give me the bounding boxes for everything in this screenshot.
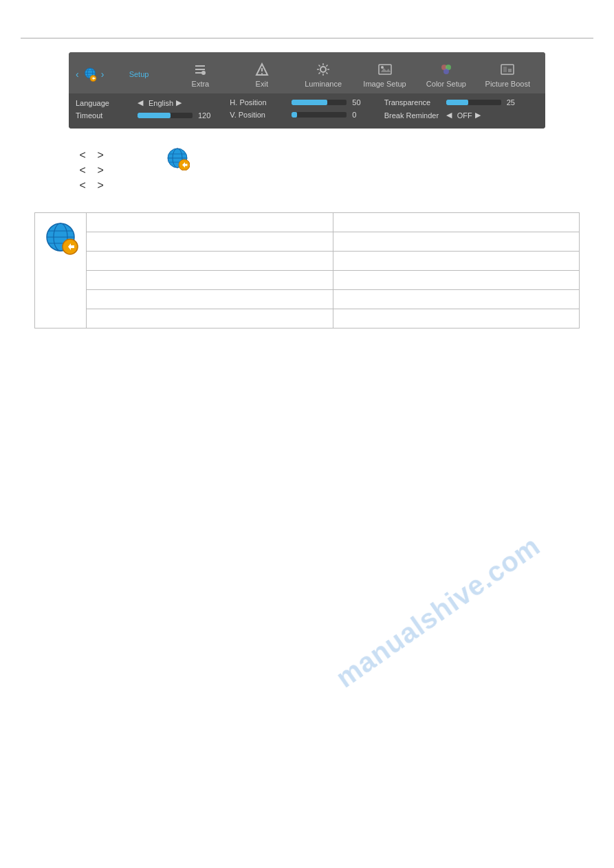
reference-table	[34, 212, 580, 329]
svg-point-12	[261, 73, 263, 74]
vposition-bar	[292, 112, 347, 118]
table-row-3	[35, 252, 580, 271]
transparence-bar	[446, 100, 501, 105]
table-row-2	[35, 232, 580, 252]
transparence-value: 25	[507, 98, 515, 107]
nav-row-1: < >	[76, 149, 545, 162]
break-reminder-left-arrow[interactable]: ◀	[446, 111, 452, 120]
osd-language-row: Language ◀ English ▶	[76, 96, 230, 109]
svg-line-19	[327, 72, 328, 74]
picture-boost-icon	[497, 60, 518, 78]
table-cell-5-right	[333, 290, 580, 309]
hposition-label: H. Position	[230, 98, 292, 107]
watermark: manualshive.com	[331, 530, 546, 693]
table-cell-2-mid	[87, 232, 333, 252]
language-control[interactable]: ◀ English ▶	[138, 98, 230, 107]
osd-settings-rows: Language ◀ English ▶ Timeout 120	[69, 93, 545, 129]
osd-nav-exit[interactable]: Exit	[231, 58, 292, 91]
break-reminder-right-arrow[interactable]: ▶	[475, 111, 481, 120]
table-cell-4-right	[333, 271, 580, 290]
table-cell-top-right	[333, 213, 580, 232]
color-setup-icon	[436, 60, 457, 78]
osd-nav-color-setup[interactable]: Color Setup	[415, 58, 476, 91]
svg-rect-29	[503, 67, 507, 72]
transparence-bar-fill	[446, 100, 468, 105]
nav-right-3[interactable]: >	[94, 179, 107, 192]
language-right-arrow[interactable]: ▶	[176, 98, 182, 107]
language-label: Language	[76, 99, 138, 107]
timeout-bar-fill	[138, 113, 171, 118]
hposition-bar-fill	[292, 100, 327, 105]
osd-nav-bar: ‹ › Setup	[69, 52, 545, 93]
osd-nav-right-arrow[interactable]: ›	[101, 69, 105, 80]
break-reminder-label: Break Reminder	[384, 111, 446, 120]
osd-nav-arrows[interactable]: ‹ ›	[76, 66, 104, 82]
table-cell-6-mid	[87, 309, 333, 329]
table-row-5	[35, 290, 580, 309]
table-row-main	[35, 213, 580, 232]
osd-break-reminder-row: Break Reminder ◀ OFF ▶	[384, 109, 538, 122]
break-reminder-control[interactable]: ◀ OFF ▶	[446, 111, 538, 120]
osd-nav-left-arrow[interactable]: ‹	[76, 69, 79, 80]
globe-icon-float	[165, 146, 190, 173]
nav-arrows-section: < > < > < >	[76, 149, 545, 192]
osd-hposition-row: H. Position 50	[230, 96, 384, 109]
table-cell-top-mid	[87, 213, 333, 232]
osd-nav-setup[interactable]: Setup	[108, 67, 169, 81]
luminance-icon	[313, 60, 333, 78]
nav-left-1[interactable]: <	[76, 149, 89, 162]
extra-label: Extra	[192, 80, 210, 88]
transparence-control: 25	[446, 98, 538, 107]
image-setup-icon	[375, 60, 395, 78]
svg-point-27	[443, 69, 449, 74]
osd-nav-luminance[interactable]: Luminance	[292, 58, 353, 91]
vposition-control: 0	[292, 111, 384, 119]
extra-icon	[190, 60, 210, 78]
osd-nav-picture-boost[interactable]: Picture Boost	[477, 58, 538, 91]
language-value: English	[149, 99, 173, 107]
language-left-arrow[interactable]: ◀	[138, 98, 143, 107]
table-cell-3-right	[333, 252, 580, 271]
osd-nav-image-setup[interactable]: Image Setup	[354, 58, 415, 91]
svg-rect-30	[508, 69, 512, 72]
nav-right-1[interactable]: >	[94, 149, 107, 162]
nav-row-2: < >	[76, 164, 545, 177]
svg-point-9	[201, 71, 206, 75]
nav-right-2[interactable]: >	[94, 164, 107, 177]
osd-nav-extra[interactable]: Extra	[170, 58, 231, 91]
table-row-6	[35, 309, 580, 329]
timeout-control: 120	[138, 111, 230, 120]
table-cell-6-right	[333, 309, 580, 329]
nav-left-3[interactable]: <	[76, 179, 89, 192]
vposition-value: 0	[352, 111, 356, 119]
picture-boost-label: Picture Boost	[485, 80, 530, 88]
table-row-4	[35, 271, 580, 290]
hposition-bar	[292, 100, 347, 105]
nav-left-2[interactable]: <	[76, 164, 89, 177]
table-cell-4-mid	[87, 271, 333, 290]
osd-menu: ‹ › Setup	[69, 52, 545, 129]
timeout-bar	[138, 113, 193, 118]
osd-timeout-row: Timeout 120	[76, 109, 230, 122]
osd-vposition-row: V. Position 0	[230, 109, 384, 121]
icon-cell	[35, 213, 87, 329]
top-divider	[21, 38, 593, 38]
vposition-label: V. Position	[230, 111, 292, 119]
svg-point-13	[320, 67, 326, 72]
luminance-label: Luminance	[305, 80, 342, 88]
setup-icon	[82, 66, 98, 82]
break-reminder-value: OFF	[457, 111, 472, 120]
timeout-label: Timeout	[76, 111, 138, 120]
transparence-label: Transparence	[384, 98, 446, 107]
exit-icon	[252, 60, 272, 78]
timeout-value: 120	[198, 111, 210, 120]
image-setup-label: Image Setup	[363, 80, 406, 88]
hposition-control: 50	[292, 98, 384, 107]
table-cell-2-right	[333, 232, 580, 252]
table-cell-5-mid	[87, 290, 333, 309]
svg-line-20	[327, 65, 328, 67]
svg-line-18	[319, 65, 320, 67]
nav-row-3: < >	[76, 179, 545, 192]
table-cell-3-mid	[87, 252, 333, 271]
svg-line-21	[319, 72, 320, 74]
